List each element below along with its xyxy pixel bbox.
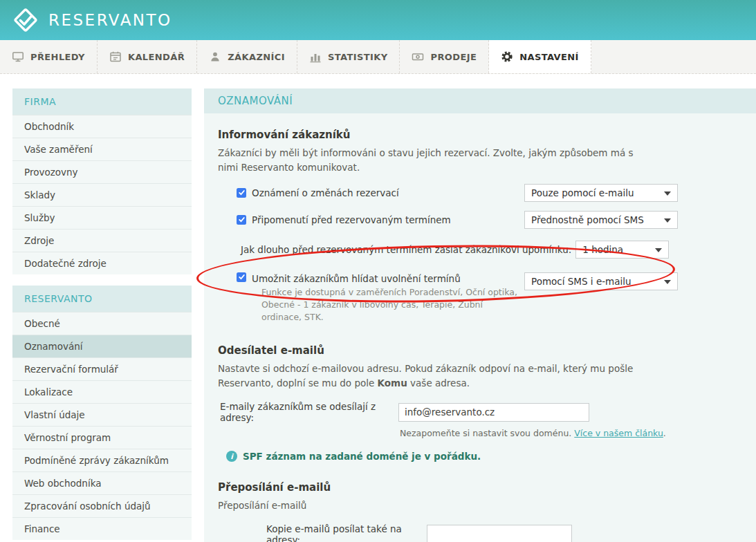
select-value: Přednostně pomocí SMS	[531, 214, 644, 225]
sidebar-item-vase-zamereni[interactable]: Vaše zaměření	[12, 138, 192, 160]
watch-note-line2: Obecné - 1 zákazník v libovolný čas, Ter…	[261, 299, 524, 324]
sidebar-item-label: Lokalizace	[24, 386, 73, 398]
sidebar-item-label: Vlastní údaje	[24, 409, 85, 420]
calendar-icon	[109, 50, 122, 63]
checkbox-label[interactable]: Umožnit zákazníkům hlídat uvolnění termí…	[252, 273, 461, 284]
reservanto-logo-icon	[11, 6, 40, 35]
domain-hint-text: Nezapomeňte si nastavit svou doménu.	[400, 428, 574, 438]
tab-prodeje[interactable]: PRODEJE	[400, 40, 489, 73]
watch-free-terms-checkbox[interactable]	[237, 272, 246, 282]
sidebar-item-podminene-zpravy[interactable]: Podmíněné zprávy zákazníkům	[12, 449, 192, 471]
tab-kalendar[interactable]: KALENDÁŘ	[98, 40, 197, 73]
sidebar-item-label: Zdroje	[24, 235, 54, 246]
change-notifications-select[interactable]: Pouze pomocí e-mailu	[524, 184, 678, 202]
reminder-time-select[interactable]: 1 hodina	[575, 241, 669, 259]
sidebar-item-sklady[interactable]: Sklady	[12, 183, 192, 206]
tab-label: PŘEHLEDY	[30, 52, 85, 62]
sidebar-item-sluzby[interactable]: Služby	[12, 206, 192, 229]
sidebar-section-reservanto: RESERVANTO Obecné Oznamování Rezervační …	[12, 286, 192, 540]
sidebar-item-label: Služby	[24, 212, 55, 223]
sidebar-item-label: Obchodník	[24, 121, 74, 132]
sender-email-input[interactable]	[398, 403, 589, 422]
tab-statistiky[interactable]: STATISTIKY	[297, 40, 400, 73]
domain-hint: Nezapomeňte si nastavit svou doménu. Víc…	[400, 428, 756, 438]
sidebar-item-label: Dodatečné zdroje	[24, 258, 107, 269]
select-value: Pouze pomocí e-mailu	[531, 187, 634, 198]
domain-hint-end: .	[663, 428, 666, 438]
sidebar-item-label: Rezervační formulář	[24, 364, 118, 375]
sidebar-item-vlastni-udaje[interactable]: Vlastní údaje	[12, 403, 192, 426]
sidebar-item-label: Web obchodníka	[24, 478, 102, 489]
sidebar-item-dodatecne-zdroje[interactable]: Dodatečné zdroje	[12, 252, 192, 274]
tab-prehledy[interactable]: PŘEHLEDY	[0, 40, 98, 73]
section-heading-informing: Informování zákazníků	[204, 113, 756, 146]
sidebar-section-title: FIRMA	[12, 88, 192, 115]
copy-emails-input[interactable]	[427, 525, 572, 542]
row-change-notifications: Oznámení o změnách rezervací Pouze pomoc…	[237, 184, 678, 202]
row-left: Připomenutí před rezervovaným termínem	[237, 214, 524, 225]
section-description-informing: Zákazníci by měli být informováni o stav…	[218, 146, 650, 175]
reminder-time-label: Jak dlouho před rezervovaným termínem za…	[241, 244, 571, 255]
row-copy-emails: Kopie e-mailů posílat také na adresy:	[266, 523, 756, 542]
select-value: 1 hodina	[582, 244, 623, 255]
page-title: OZNAMOVÁNÍ	[204, 88, 756, 113]
section-description-sender: Nastavte si odchozí e-mailovou adresu. P…	[218, 362, 650, 391]
reminder-checkbox[interactable]	[237, 215, 246, 225]
sidebar-item-oznamovani[interactable]: Oznamování	[12, 335, 192, 357]
tab-zakaznici[interactable]: ZÁKAZNÍCI	[197, 40, 297, 73]
sidebar-item-label: Provozovny	[24, 167, 78, 178]
select-value: Pomocí SMS i e-mailu	[531, 276, 631, 287]
row-watch-free-terms: Umožnit zákazníkům hlídat uvolnění termí…	[237, 272, 678, 324]
sidebar-item-lokalizace[interactable]: Lokalizace	[12, 380, 192, 403]
info-icon: i	[226, 451, 237, 462]
banknote-icon	[412, 50, 424, 63]
tab-nastaveni[interactable]: NASTAVENÍ	[489, 40, 591, 73]
checkbox-label[interactable]: Oznámení o změnách rezervací	[252, 187, 399, 198]
section-description-forwarding: Přeposílání e-mailů	[218, 498, 650, 513]
sidebar-item-label: Vaše zaměření	[24, 144, 93, 155]
change-notifications-checkbox[interactable]	[237, 188, 246, 198]
sidebar-item-label: Zpracování osobních údajů	[24, 501, 151, 512]
tab-label: PRODEJE	[430, 52, 477, 62]
section-heading-sender: Odesílatel e-mailů	[204, 324, 756, 362]
sidebar-item-rezervacni-formular[interactable]: Rezervační formulář	[12, 357, 192, 380]
main-body: Informování zákazníků Zákazníci by měli …	[204, 113, 756, 542]
spf-status-row: i SPF záznam na zadané doméně je v pořád…	[226, 451, 756, 462]
spf-status-text: SPF záznam na zadané doméně je v pořádku…	[243, 451, 481, 462]
sidebar-item-zpracovani-udaju[interactable]: Zpracování osobních údajů	[12, 494, 192, 517]
content-wrap: FIRMA Obchodník Vaše zaměření Provozovny…	[0, 74, 756, 542]
reminder-method-select[interactable]: Přednostně pomocí SMS	[524, 211, 678, 229]
sender-desc-part2: vaše adresa.	[407, 377, 470, 389]
watch-note-line1: Funkce je dostupná v zaměřeních Poradens…	[261, 286, 524, 299]
watch-method-select[interactable]: Pomocí SMS i e-mailu	[524, 272, 678, 290]
person-icon	[209, 50, 221, 63]
row-sender-email: E-maily zákazníkům se odesílají z adresy…	[220, 401, 756, 423]
sidebar-item-label: Věrnostní program	[24, 432, 111, 443]
checkbox-label[interactable]: Připomenutí před rezervovaným termínem	[252, 214, 451, 225]
tab-label: STATISTIKY	[328, 52, 388, 62]
sidebar-item-finance[interactable]: Finance	[12, 517, 192, 540]
section-heading-forwarding: Přeposílání e-mailů	[204, 462, 756, 498]
sidebar-item-obchodnik[interactable]: Obchodník	[12, 115, 192, 138]
monitor-icon	[12, 50, 24, 63]
sender-desc-bold: Komu	[378, 377, 407, 389]
bar-chart-icon	[309, 50, 322, 63]
app-header: RESERVANTO	[0, 0, 756, 40]
sidebar-item-provozovny[interactable]: Provozovny	[12, 160, 192, 183]
domain-article-link[interactable]: Více v našem článku	[574, 428, 663, 438]
row-reminder-time: Jak dlouho před rezervovaným termínem za…	[241, 241, 756, 259]
sidebar-item-label: Sklady	[24, 189, 55, 200]
row-left: Umožnit zákazníkům hlídat uvolnění termí…	[237, 272, 524, 324]
sidebar-item-zdroje[interactable]: Zdroje	[12, 229, 192, 252]
tab-label: ZÁKAZNÍCI	[228, 52, 285, 62]
sidebar-section-title: RESERVANTO	[12, 286, 192, 312]
sidebar-item-web-obchodnika[interactable]: Web obchodníka	[12, 471, 192, 494]
settings-main-panel: OZNAMOVÁNÍ Informování zákazníků Zákazní…	[204, 88, 756, 542]
sidebar-item-obecne[interactable]: Obecné	[12, 312, 192, 335]
sidebar-section-firma: FIRMA Obchodník Vaše zaměření Provozovny…	[12, 88, 192, 274]
watch-texts: Umožnit zákazníkům hlídat uvolnění termí…	[246, 272, 524, 324]
gear-icon	[501, 50, 513, 63]
row-left: Oznámení o změnách rezervací	[237, 187, 524, 198]
tab-label: KALENDÁŘ	[128, 52, 185, 62]
sidebar-item-vernostni-program[interactable]: Věrnostní program	[12, 426, 192, 449]
